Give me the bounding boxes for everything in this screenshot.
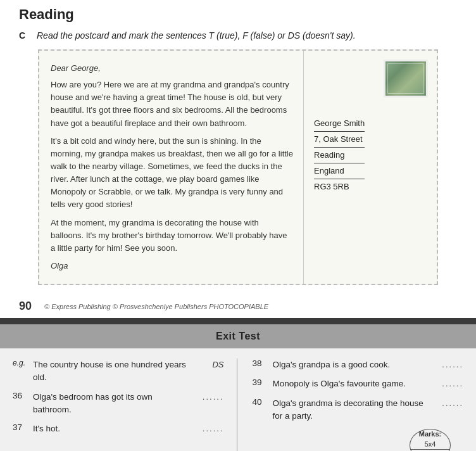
stamp-icon — [384, 60, 428, 98]
page-number: 90 — [19, 300, 32, 313]
marks-label: Marks: — [419, 429, 441, 439]
address-country: England — [314, 164, 365, 179]
question-36-number: 36 — [13, 391, 33, 400]
page-footer: 90 © Express Publishing © Prosveshcheniy… — [0, 295, 476, 318]
question-37-answer: ...... — [189, 422, 224, 433]
question-37-number: 37 — [13, 422, 33, 432]
instruction-label: C — [19, 30, 30, 41]
address-postcode: RG3 5RB — [314, 180, 365, 194]
copyright-text: © Express Publishing © Prosveshcheniye P… — [44, 303, 268, 310]
question-40-number: 40 — [253, 397, 273, 407]
question-eg-number: e.g. — [13, 359, 33, 367]
instruction-false: (false) or — [248, 30, 288, 41]
instruction-text-plain: Read the postcard and mark the sentences — [37, 30, 209, 41]
question-eg-text: The country house is one hundred years o… — [33, 359, 189, 384]
instruction-T: T — [209, 30, 215, 41]
section-divider — [0, 318, 476, 324]
question-39: 39 Monopoly is Olga's favourite game. ..… — [253, 378, 464, 390]
top-section: Reading C Read the postcard and mark the… — [0, 0, 476, 295]
marks-box: Marks: 5x4 20 — [253, 429, 464, 451]
question-40: 40 Olga's grandma is decorating the hous… — [253, 397, 464, 423]
address-city: Reading — [314, 148, 365, 163]
question-38-answer: ...... — [429, 359, 463, 369]
reading-title: Reading — [19, 6, 457, 23]
postcard-paragraph2: It's a bit cold and windy here, but the … — [51, 135, 293, 212]
instruction-DS: DS — [288, 30, 300, 41]
question-39-answer: ...... — [429, 378, 463, 388]
instruction-row: C Read the postcard and mark the sentenc… — [19, 30, 457, 41]
question-eg-answer: DS — [189, 359, 224, 369]
questions-area: e.g. The country house is one hundred ye… — [0, 359, 476, 451]
instruction-F: F — [242, 30, 247, 41]
exit-test-header: Exit Test — [0, 324, 476, 348]
question-37: 37 It's hot. ...... — [13, 422, 224, 435]
question-40-text: Olga's grandma is decorating the house f… — [273, 397, 429, 423]
exit-test-title: Exit Test — [216, 331, 260, 341]
question-37-text: It's hot. — [33, 422, 189, 435]
postcard-paragraph3: At the moment, my grandma is decorating … — [51, 217, 293, 255]
questions-right: 38 Olga's grandpa is a good cook. ......… — [237, 359, 464, 451]
question-eg: e.g. The country house is one hundred ye… — [13, 359, 224, 384]
question-39-text: Monopoly is Olga's favourite game. — [273, 378, 429, 390]
marks-circle: Marks: 5x4 20 — [410, 429, 451, 451]
questions-left: e.g. The country house is one hundred ye… — [13, 359, 237, 451]
address-name: George Smith — [314, 117, 365, 132]
question-39-number: 39 — [253, 378, 273, 387]
marks-fraction: 5x4 — [425, 440, 436, 449]
postcard: Dear George, How are you? Here we are at… — [38, 49, 438, 285]
question-38-text: Olga's grandpa is a good cook. — [273, 359, 429, 371]
postcard-signature: Olga — [51, 260, 293, 272]
question-36-answer: ...... — [189, 391, 224, 402]
postcard-paragraph1: How are you? Here we are at my grandma a… — [51, 79, 293, 130]
instruction-text: Read the postcard and mark the sentences… — [37, 30, 356, 41]
instruction-true: (true), — [214, 30, 242, 41]
address-street: 7, Oak Street — [314, 132, 365, 148]
instruction-doesnt: (doesn't say). — [300, 30, 356, 41]
question-38-number: 38 — [253, 359, 273, 368]
postcard-address-panel: George Smith 7, Oak Street Reading Engla… — [304, 51, 437, 284]
postcard-body: Dear George, How are you? Here we are at… — [39, 51, 304, 284]
question-40-answer: ...... — [429, 397, 463, 408]
question-38: 38 Olga's grandpa is a good cook. ...... — [253, 359, 464, 371]
address-block: George Smith 7, Oak Street Reading Engla… — [314, 117, 365, 194]
exit-test-section: Exit Test e.g. The country house is one … — [0, 324, 476, 451]
question-36: 36 Olga's bedroom has got its own bathro… — [13, 391, 224, 417]
postcard-salutation: Dear George, — [51, 62, 293, 75]
question-36-text: Olga's bedroom has got its own bathroom. — [33, 391, 189, 417]
